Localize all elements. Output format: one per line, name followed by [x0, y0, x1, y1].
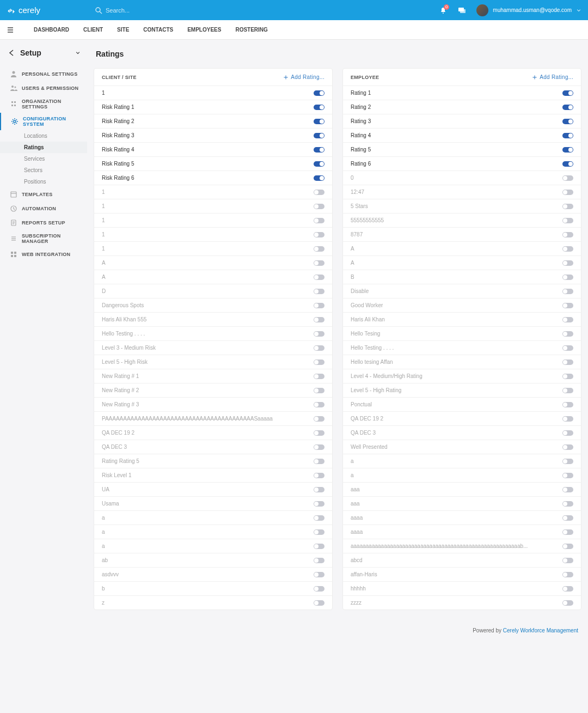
rating-toggle[interactable] — [562, 204, 573, 209]
sidebar-dropdown[interactable] — [75, 50, 81, 56]
rating-toggle[interactable] — [562, 558, 573, 563]
rating-toggle[interactable] — [314, 175, 324, 181]
sidebar-subitem-ratings[interactable]: Ratings — [0, 142, 87, 153]
rating-toggle[interactable] — [562, 218, 573, 223]
rating-toggle[interactable] — [562, 246, 573, 252]
rating-toggle[interactable] — [562, 161, 573, 167]
rating-toggle[interactable] — [314, 430, 324, 436]
sidebar-item-web-integration[interactable]: WEB INTEGRATION — [0, 247, 87, 261]
rating-toggle[interactable] — [314, 260, 324, 266]
rating-toggle[interactable] — [314, 90, 324, 96]
rating-toggle[interactable] — [314, 232, 324, 237]
rating-toggle[interactable] — [562, 275, 573, 280]
rating-toggle[interactable] — [314, 416, 324, 422]
sidebar-item-automation[interactable]: AUTOMATION — [0, 202, 87, 216]
add-rating-button[interactable]: Add Rating... — [283, 74, 324, 80]
rating-toggle[interactable] — [562, 190, 573, 195]
rating-toggle[interactable] — [314, 515, 324, 521]
rating-toggle[interactable] — [314, 388, 324, 393]
rating-toggle[interactable] — [562, 529, 573, 535]
rating-toggle[interactable] — [314, 444, 324, 450]
sidebar-item-templates[interactable]: TEMPLATES — [0, 187, 87, 202]
rating-toggle[interactable] — [314, 190, 324, 195]
rating-toggle[interactable] — [562, 473, 573, 478]
rating-toggle[interactable] — [562, 402, 573, 407]
rating-toggle[interactable] — [562, 147, 573, 153]
menu-toggle[interactable] — [7, 26, 14, 34]
rating-toggle[interactable] — [314, 204, 324, 209]
nav-contacts[interactable]: CONTACTS — [143, 27, 173, 33]
rating-toggle[interactable] — [314, 402, 324, 407]
rating-toggle[interactable] — [562, 90, 573, 96]
sidebar-subitem-sectors[interactable]: Sectors — [0, 164, 87, 176]
rating-toggle[interactable] — [562, 359, 573, 365]
rating-toggle[interactable] — [314, 218, 324, 223]
rating-toggle[interactable] — [314, 303, 324, 308]
rating-toggle[interactable] — [562, 119, 573, 124]
rating-toggle[interactable] — [314, 147, 324, 153]
rating-toggle[interactable] — [314, 331, 324, 337]
rating-toggle[interactable] — [314, 105, 324, 110]
rating-toggle[interactable] — [314, 529, 324, 535]
rating-toggle[interactable] — [562, 260, 573, 266]
sidebar-item-configuration-system[interactable]: CONFIGURATION SYSTEM — [0, 113, 87, 130]
sidebar-item-subscription-manager[interactable]: SUBSCRIPTION MANAGER — [0, 230, 87, 247]
rating-toggle[interactable] — [314, 345, 324, 351]
sidebar-item-organization-settings[interactable]: ORGANIZATION SETTINGS — [0, 95, 87, 113]
rating-toggle[interactable] — [562, 232, 573, 237]
sidebar-subitem-services[interactable]: Services — [0, 153, 87, 164]
rating-toggle[interactable] — [562, 487, 573, 492]
rating-toggle[interactable] — [314, 275, 324, 280]
nav-site[interactable]: SITE — [117, 27, 129, 33]
rating-toggle[interactable] — [314, 501, 324, 507]
rating-toggle[interactable] — [562, 303, 573, 308]
rating-toggle[interactable] — [314, 473, 324, 478]
rating-toggle[interactable] — [562, 515, 573, 521]
brand-logo[interactable]: cerely — [7, 5, 40, 15]
nav-dashboard[interactable]: DASHBOARD — [34, 27, 69, 33]
rating-toggle[interactable] — [314, 459, 324, 464]
footer-link[interactable]: Cerely Workforce Management — [503, 627, 578, 633]
user-menu[interactable]: muhammad.usman@vqode.com — [476, 4, 581, 16]
sidebar-item-reports-setup[interactable]: REPORTS SETUP — [0, 216, 87, 230]
rating-toggle[interactable] — [314, 586, 324, 592]
rating-toggle[interactable] — [314, 246, 324, 252]
rating-toggle[interactable] — [314, 558, 324, 563]
rating-toggle[interactable] — [314, 374, 324, 379]
rating-toggle[interactable] — [562, 501, 573, 507]
rating-toggle[interactable] — [562, 388, 573, 393]
sidebar-subitem-locations[interactable]: Locations — [0, 130, 87, 142]
rating-toggle[interactable] — [314, 572, 324, 577]
rating-toggle[interactable] — [562, 416, 573, 422]
rating-toggle[interactable] — [314, 600, 324, 606]
notifications-button[interactable]: 0 — [439, 7, 447, 14]
rating-toggle[interactable] — [562, 345, 573, 351]
add-rating-button[interactable]: Add Rating... — [532, 74, 573, 80]
search-input[interactable] — [106, 7, 215, 14]
rating-toggle[interactable] — [562, 105, 573, 110]
chat-button[interactable] — [458, 7, 465, 14]
rating-toggle[interactable] — [314, 544, 324, 549]
rating-toggle[interactable] — [314, 161, 324, 167]
rating-toggle[interactable] — [314, 487, 324, 492]
rating-toggle[interactable] — [314, 119, 324, 124]
nav-rostering[interactable]: ROSTERING — [235, 27, 267, 33]
rating-toggle[interactable] — [562, 175, 573, 181]
rating-toggle[interactable] — [314, 359, 324, 365]
nav-employees[interactable]: EMPLOYEES — [187, 27, 221, 33]
rating-toggle[interactable] — [562, 374, 573, 379]
rating-toggle[interactable] — [562, 331, 573, 337]
rating-toggle[interactable] — [562, 600, 573, 606]
sidebar-item-personal-settings[interactable]: PERSONAL SETTINGS — [0, 67, 87, 81]
back-button[interactable] — [8, 49, 16, 57]
rating-toggle[interactable] — [562, 289, 573, 294]
rating-toggle[interactable] — [314, 289, 324, 294]
sidebar-item-users-permission[interactable]: USERS & PERMISSION — [0, 81, 87, 95]
rating-toggle[interactable] — [562, 572, 573, 577]
nav-client[interactable]: CLIENT — [83, 27, 103, 33]
rating-toggle[interactable] — [314, 133, 324, 138]
rating-toggle[interactable] — [562, 430, 573, 436]
rating-toggle[interactable] — [562, 544, 573, 549]
rating-toggle[interactable] — [562, 586, 573, 592]
rating-toggle[interactable] — [562, 444, 573, 450]
